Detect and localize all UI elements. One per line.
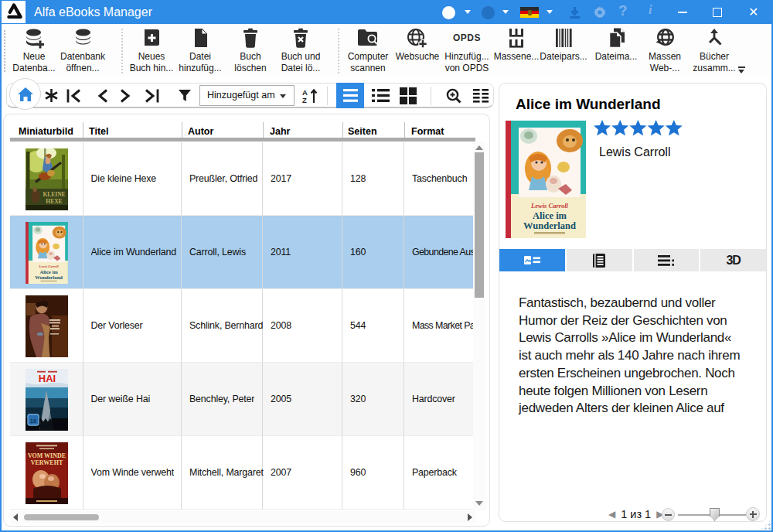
svg-text:Z: Z xyxy=(302,96,307,104)
